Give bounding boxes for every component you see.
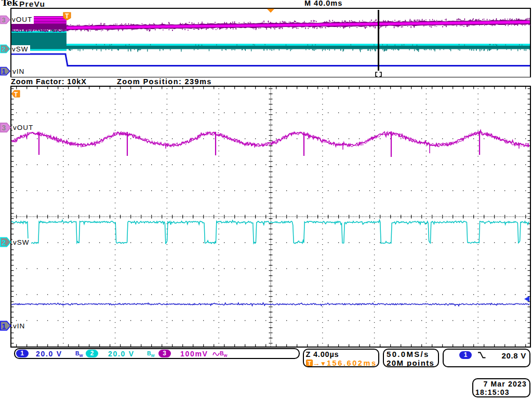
channel-marker-2[interactable]: 2 (1, 45, 10, 54)
channel-marker-1[interactable]: 1 (1, 322, 11, 330)
channel2-badge[interactable]: 2 (86, 350, 98, 357)
trigger-t-icon: T (306, 360, 313, 366)
zoom-readout-bar: Zoom Factor: 10kX Zoom Position: 239ms (10, 77, 531, 86)
overview-trigger-marker[interactable]: T (63, 12, 71, 20)
channel2-scale-readout[interactable]: 20.0 V (108, 350, 135, 358)
graticule (11, 87, 530, 347)
overview-window[interactable]: T vOUT vSW vIN (10, 8, 531, 78)
overview-waveforms: T (11, 9, 530, 77)
channel1-bandwidth-icon: BW (75, 350, 83, 358)
falling-edge-icon (477, 352, 487, 359)
channel1-scale-readout[interactable]: 20.0 V (36, 350, 62, 358)
channel3-badge[interactable]: 3 (158, 350, 171, 357)
svg-text:1: 1 (2, 68, 5, 75)
channel3-coupling-sine-icon (212, 351, 220, 357)
channel1-badge[interactable]: 1 (16, 350, 29, 357)
overview-trace-vsw (66, 46, 530, 49)
zoom-window-bracket (376, 72, 381, 76)
zoom-waveforms: T (11, 87, 530, 347)
zoom-factor-readout: Zoom Factor: 10kX (11, 77, 87, 86)
main-timebase-readout: M 40.0ms (304, 0, 342, 7)
expansion-point-marker (268, 9, 274, 12)
trigger-box[interactable]: 1 20.8 V (443, 349, 530, 367)
date-readout: 7 Mar 2023 (473, 380, 529, 389)
acquisition-box[interactable]: 50.0MS/s 20M points (383, 349, 439, 368)
oscilloscope-screen: Tek PreVu M 40.0ms T vOUT vSW vIN 321 Zo… (0, 0, 532, 399)
overview-channel-markers: 321 (0, 0, 21, 83)
record-length-readout: 20M points (387, 358, 434, 367)
trigger-level-readout[interactable]: 20.8 V (501, 351, 526, 360)
overview-trace-vin (11, 54, 530, 66)
zoom-delay-value: 156.602ms (327, 359, 377, 367)
svg-text:2: 2 (2, 238, 6, 247)
zoom-position-cursor[interactable] (378, 10, 379, 71)
svg-text:2: 2 (2, 45, 5, 53)
trigger-level-arrow[interactable] (524, 296, 529, 302)
channel2-bandwidth-icon: BW (147, 350, 155, 358)
delay-marker-icon: ▼ (320, 360, 326, 367)
svg-text:T: T (308, 360, 311, 366)
datetime-box: 7 Mar 2023 18:15:03 (472, 378, 530, 398)
zoom-timebase-box[interactable]: Z 4.00µs T →▼156.602ms (303, 349, 379, 367)
zoom-waveform-window[interactable]: T vOUT vSW vIN (10, 86, 531, 348)
channel-marker-3[interactable]: 3 (1, 16, 10, 24)
channel3-scale-readout[interactable]: 100mV (180, 350, 208, 358)
trigger-source-badge[interactable]: 1 (459, 351, 472, 359)
zoom-delay-readout[interactable]: T →▼156.602ms (306, 359, 377, 367)
zoom-scale-readout[interactable]: Z 4.00µs (306, 350, 339, 358)
sample-rate-readout: 50.0MS/s (387, 350, 430, 358)
svg-text:1: 1 (2, 322, 6, 330)
channel3-bandwidth-icon: BW (220, 350, 228, 358)
channel-settings-box[interactable]: 1 20.0 V BW 2 20.0 V BW 3 100mV BW (14, 348, 300, 359)
svg-text:3: 3 (2, 16, 5, 24)
zoom-position-readout: Zoom Position: 239ms (117, 77, 212, 86)
svg-text:3: 3 (2, 124, 6, 132)
arrow-icon: → (313, 359, 321, 367)
main-channel-markers: 321 (0, 83, 21, 343)
channel-marker-3[interactable]: 3 (1, 123, 11, 132)
channel-marker-1[interactable]: 1 (1, 68, 10, 76)
time-readout: 18:15:03 (473, 389, 529, 397)
channel-marker-2[interactable]: 2 (1, 238, 11, 247)
svg-text:T: T (65, 12, 69, 20)
